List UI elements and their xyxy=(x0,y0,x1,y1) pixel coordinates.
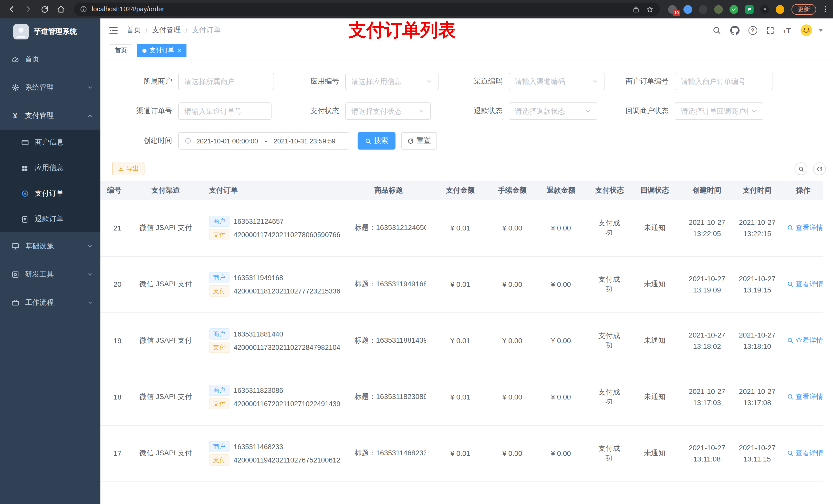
chevron-down-icon xyxy=(419,108,425,114)
order-id: 18 xyxy=(100,369,128,425)
search-button[interactable]: 搜索 xyxy=(358,132,396,149)
fee-amount: ¥ 0.00 xyxy=(495,200,530,256)
toggle-search-button[interactable] xyxy=(794,162,807,175)
view-detail-link[interactable]: 查看详情 xyxy=(787,280,823,289)
col-paid: 支付时间 xyxy=(731,181,784,200)
breadcrumb-home[interactable]: 首页 xyxy=(126,26,141,35)
pay-amount: ¥ 0.01 xyxy=(426,312,495,369)
merchant-order-no-input[interactable] xyxy=(681,77,767,86)
pay-time: 2021-10-27 13:22:15 xyxy=(731,200,784,256)
url-text[interactable]: localhost:1024/pay/order xyxy=(92,6,632,13)
merchant-order-no: 1635311881440 xyxy=(234,330,283,338)
clock-icon xyxy=(185,137,192,144)
pay-status: 支付成功 xyxy=(592,312,626,369)
extension-icon-3[interactable] xyxy=(699,5,708,14)
app-logo[interactable]: 芋道管理系统 xyxy=(0,19,100,45)
refund-amount: ¥ 0.00 xyxy=(530,369,592,425)
tab-home[interactable]: 首页 xyxy=(110,44,132,57)
product-title: 标题：1635311468233 xyxy=(352,425,426,481)
search-icon[interactable] xyxy=(712,26,721,35)
channel-code-select[interactable] xyxy=(509,73,604,90)
actions-cell: 查看详情 xyxy=(784,200,823,256)
tab-label: 支付订单 xyxy=(149,46,174,55)
sidebar-item-merchant-info[interactable]: 商户信息 xyxy=(0,129,100,155)
channel-code-input[interactable] xyxy=(515,77,589,86)
sidebar-item-system[interactable]: 系统管理 xyxy=(0,73,100,101)
order-id: 21 xyxy=(100,200,128,256)
fullscreen-icon[interactable] xyxy=(766,26,774,34)
user-avatar[interactable] xyxy=(800,24,813,37)
pay-status-select[interactable] xyxy=(345,102,431,120)
caret-down-icon[interactable] xyxy=(819,29,823,31)
site-info-icon[interactable] xyxy=(80,6,87,13)
view-detail-link[interactable]: 查看详情 xyxy=(787,449,823,458)
sidebar-item-home[interactable]: 首页 xyxy=(0,45,100,73)
tab-close-icon[interactable]: × xyxy=(177,47,181,54)
app-select[interactable] xyxy=(345,73,438,90)
table-header-row: 编号 支付渠道 支付订单 商品标题 支付金额 手续金额 退款金额 支付状态 回调… xyxy=(100,181,823,200)
extension-icon-2[interactable] xyxy=(684,5,692,14)
sidebar-item-app-info[interactable]: 应用信息 xyxy=(0,155,100,181)
sidebar-item-dev-tools[interactable]: 研发工具 xyxy=(0,260,100,288)
forward-icon[interactable] xyxy=(22,3,35,16)
sidebar-item-pay-order[interactable]: 支付订单 xyxy=(0,181,100,207)
home-icon[interactable] xyxy=(54,3,68,16)
view-detail-link[interactable]: 查看详情 xyxy=(787,336,823,345)
extension-icon-4[interactable] xyxy=(714,5,723,14)
extension-icon-6[interactable] xyxy=(745,5,754,14)
tab-pay-order[interactable]: 支付订单 × xyxy=(137,44,186,57)
back-icon[interactable] xyxy=(5,3,19,16)
share-icon[interactable] xyxy=(632,5,640,13)
channel-order-no-input[interactable] xyxy=(185,107,265,115)
profile-avatar-icon[interactable] xyxy=(776,5,784,14)
bookmark-star-icon[interactable] xyxy=(646,5,654,13)
notify-status-select[interactable] xyxy=(675,102,763,120)
address-bar[interactable]: localhost:1024/pay/order xyxy=(74,3,660,16)
font-size-icon[interactable]: TT xyxy=(783,26,791,34)
sidebar-item-payment[interactable]: ¥ 支付管理 xyxy=(0,101,100,129)
fee-amount: ¥ 0.00 xyxy=(495,369,530,425)
date-end-value[interactable]: 2021-10-31 23:59:59 xyxy=(273,137,335,145)
notify-status-input[interactable] xyxy=(681,107,748,115)
refresh-table-button[interactable] xyxy=(813,162,826,175)
sidebar-item-label: 工作流程 xyxy=(25,298,81,307)
sidebar-item-refund-order[interactable]: 退款订单 xyxy=(0,207,100,232)
extension-icon-5[interactable] xyxy=(730,5,738,14)
filter-notify-status: 回调商户状态 xyxy=(617,102,763,120)
date-start-value[interactable]: 2021-10-01 00:00:00 xyxy=(196,137,258,145)
github-icon[interactable] xyxy=(730,25,739,35)
extension-icon-7[interactable] xyxy=(760,5,769,14)
pay-order-cell: 商户1635311468233 支付4200001194202110276752… xyxy=(203,425,352,481)
sidebar-toggle-icon[interactable] xyxy=(109,25,118,35)
fee-amount: ¥ 0.00 xyxy=(495,312,530,369)
fee-amount: ¥ 0.00 xyxy=(495,425,530,481)
sidebar-item-label: 商户信息 xyxy=(35,138,64,147)
pay-order-cell: 商户1635311949168 支付4200001181202110277723… xyxy=(203,256,352,312)
export-button[interactable]: 导出 xyxy=(112,162,144,175)
chrome-update-button[interactable]: 更新 xyxy=(791,4,816,15)
sidebar-item-infra[interactable]: 基础设施 xyxy=(0,232,100,260)
refund-status-input[interactable] xyxy=(515,107,582,115)
refund-status-select[interactable] xyxy=(509,102,597,120)
docs-help-icon[interactable]: ? xyxy=(748,26,757,34)
date-range-picker[interactable]: 2021-10-01 00:00:00 - 2021-10-31 23:59:5… xyxy=(178,132,349,149)
reload-icon[interactable] xyxy=(38,3,51,16)
col-notify: 回调状态 xyxy=(626,181,684,200)
channel-transaction-no: 4200001181202110277723215336 xyxy=(234,287,340,295)
filter-label: 退款状态 xyxy=(451,106,503,116)
pay-time: 2021-10-27 13:19:15 xyxy=(731,256,784,312)
view-detail-link[interactable]: 查看详情 xyxy=(787,392,823,402)
merchant-select[interactable] xyxy=(178,73,274,90)
app-select-input[interactable] xyxy=(352,77,423,86)
extension-icon-1[interactable]: 10 xyxy=(668,5,677,14)
merchant-order-no-field[interactable] xyxy=(675,73,773,90)
merchant-select-input[interactable] xyxy=(185,77,268,86)
browser-menu-icon[interactable] xyxy=(821,5,829,13)
product-title: 标题：1635312124656 xyxy=(352,200,426,256)
breadcrumb-pay-mgmt[interactable]: 支付管理 xyxy=(152,26,181,35)
view-detail-link[interactable]: 查看详情 xyxy=(787,223,823,233)
channel-order-no-field[interactable] xyxy=(178,102,271,120)
sidebar-item-workflow[interactable]: 工作流程 xyxy=(0,288,100,316)
pay-status-input[interactable] xyxy=(352,107,415,115)
reset-button[interactable]: 重置 xyxy=(401,132,437,149)
